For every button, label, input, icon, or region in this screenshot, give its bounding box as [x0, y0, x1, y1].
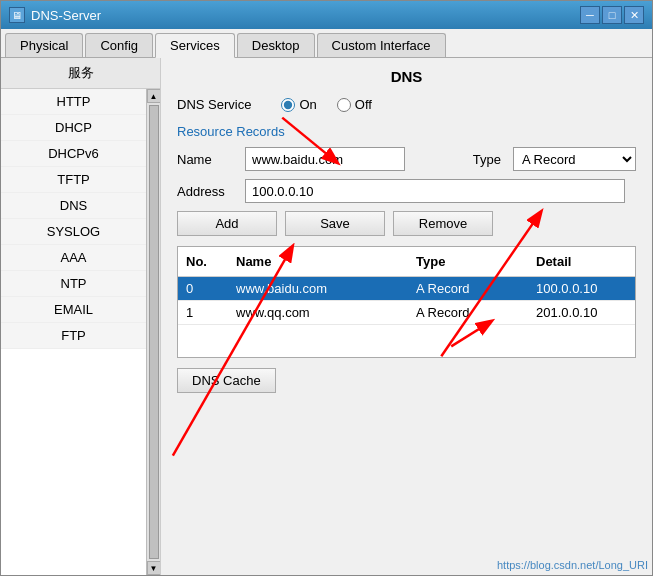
title-bar: 🖥 DNS-Server ─ □ ✕: [1, 1, 652, 29]
scroll-thumb[interactable]: [149, 105, 159, 559]
title-controls: ─ □ ✕: [580, 6, 644, 24]
watermark: https://blog.csdn.net/Long_URI: [497, 559, 648, 571]
remove-button[interactable]: Remove: [393, 211, 493, 236]
tab-desktop[interactable]: Desktop: [237, 33, 315, 57]
type-label: Type: [473, 152, 501, 167]
sidebar-item-aaa[interactable]: AAA: [1, 245, 146, 271]
address-input[interactable]: [245, 179, 625, 203]
cell-detail-1: 201.0.0.10: [528, 301, 635, 324]
sidebar-list: HTTP DHCP DHCPv6 TFTP DNS SYSLOG AAA NTP…: [1, 89, 146, 575]
dns-service-row: DNS Service On Off: [177, 97, 636, 112]
cell-type-0: A Record: [408, 277, 528, 300]
dns-cache-button[interactable]: DNS Cache: [177, 368, 276, 393]
tab-services[interactable]: Services: [155, 33, 235, 58]
radio-group-service: On Off: [281, 97, 371, 112]
scroll-up-button[interactable]: ▲: [147, 89, 161, 103]
type-select[interactable]: A Record AAAA Record CNAME Record NS Rec…: [513, 147, 636, 171]
radio-off-option[interactable]: Off: [337, 97, 372, 112]
sidebar-item-dns[interactable]: DNS: [1, 193, 146, 219]
address-label: Address: [177, 184, 237, 199]
radio-off-input[interactable]: [337, 98, 351, 112]
radio-on-option[interactable]: On: [281, 97, 316, 112]
sidebar-item-ftp[interactable]: FTP: [1, 323, 146, 349]
name-label: Name: [177, 152, 237, 167]
cell-no-1: 1: [178, 301, 228, 324]
table-row[interactable]: 1 www.qq.com A Record 201.0.0.10: [178, 301, 635, 325]
action-buttons: Add Save Remove: [177, 211, 636, 236]
content-area: DNS DNS Service On Off: [161, 58, 652, 403]
col-header-no: No.: [178, 251, 228, 272]
window-icon: 🖥: [9, 7, 25, 23]
table-row[interactable]: 0 www.baidu.com A Record 100.0.0.10: [178, 277, 635, 301]
radio-on-input[interactable]: [281, 98, 295, 112]
cell-name-0: www.baidu.com: [228, 277, 408, 300]
sidebar-item-ntp[interactable]: NTP: [1, 271, 146, 297]
name-input[interactable]: [245, 147, 405, 171]
dns-service-label: DNS Service: [177, 97, 251, 112]
cell-type-1: A Record: [408, 301, 528, 324]
bottom-buttons: DNS Cache: [177, 368, 636, 393]
cell-name-1: www.qq.com: [228, 301, 408, 324]
sidebar-item-dhcpv6[interactable]: DHCPv6: [1, 141, 146, 167]
minimize-button[interactable]: ─: [580, 6, 600, 24]
table-body: 0 www.baidu.com A Record 100.0.0.10 1 ww…: [178, 277, 635, 357]
window-title: DNS-Server: [31, 8, 580, 23]
radio-on-label: On: [299, 97, 316, 112]
sidebar-item-email[interactable]: EMAIL: [1, 297, 146, 323]
name-type-row: Name Type A Record AAAA Record CNAME Rec…: [177, 147, 636, 171]
main-window: 🖥 DNS-Server ─ □ ✕ Physical Config Servi…: [0, 0, 653, 576]
tab-bar: Physical Config Services Desktop Custom …: [1, 29, 652, 58]
close-button[interactable]: ✕: [624, 6, 644, 24]
add-button[interactable]: Add: [177, 211, 277, 236]
sidebar-item-http[interactable]: HTTP: [1, 89, 146, 115]
content-wrapper: DNS DNS Service On Off: [161, 58, 652, 575]
main-content: 服务 HTTP DHCP DHCPv6 TFTP DNS SYSLOG AAA …: [1, 58, 652, 575]
scroll-down-button[interactable]: ▼: [147, 561, 161, 575]
tab-custom-interface[interactable]: Custom Interface: [317, 33, 446, 57]
maximize-button[interactable]: □: [602, 6, 622, 24]
sidebar-item-dhcp[interactable]: DHCP: [1, 115, 146, 141]
table-header: No. Name Type Detail: [178, 247, 635, 277]
col-header-name: Name: [228, 251, 408, 272]
col-header-type: Type: [408, 251, 528, 272]
save-button[interactable]: Save: [285, 211, 385, 236]
sidebar-item-tftp[interactable]: TFTP: [1, 167, 146, 193]
sidebar-scrollbar[interactable]: ▲ ▼: [146, 89, 160, 575]
sidebar-header: 服务: [1, 58, 160, 89]
tab-physical[interactable]: Physical: [5, 33, 83, 57]
col-header-detail: Detail: [528, 251, 635, 272]
radio-off-label: Off: [355, 97, 372, 112]
tab-config[interactable]: Config: [85, 33, 153, 57]
cell-detail-0: 100.0.0.10: [528, 277, 635, 300]
records-table: No. Name Type Detail 0 www.baidu.com A R…: [177, 246, 636, 358]
resource-records-label: Resource Records: [177, 124, 636, 139]
dns-title: DNS: [177, 68, 636, 85]
sidebar-item-syslog[interactable]: SYSLOG: [1, 219, 146, 245]
cell-no-0: 0: [178, 277, 228, 300]
sidebar: 服务 HTTP DHCP DHCPv6 TFTP DNS SYSLOG AAA …: [1, 58, 161, 575]
address-row: Address: [177, 179, 636, 203]
